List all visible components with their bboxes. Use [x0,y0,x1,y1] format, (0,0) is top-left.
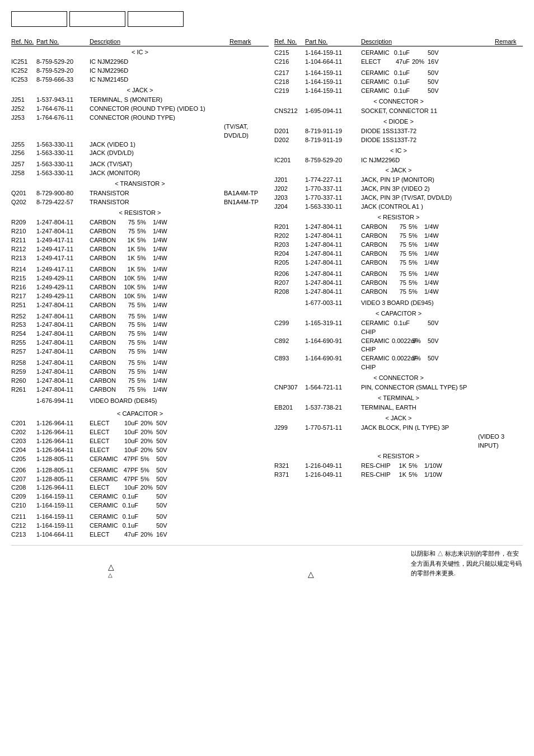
table-row: C218 1-164-159-11 CERAMIC 0.1uF 50V [274,78,523,87]
row-v3: 50V [428,319,448,328]
row-v1: 10uF [120,483,140,492]
table-row: CNS212 1-695-094-11 SOCKET, CONNECTOR 11 [274,107,523,116]
row-v3: 50V [428,49,448,58]
row-v2: 5% [137,330,153,339]
row-desc: CERAMIC [361,87,392,96]
row-desc: IC NJM2296D [90,67,224,76]
row-v1: 0.1uF [392,69,412,78]
row-v2: 5% [137,377,153,386]
row-v2: 20% [140,437,156,446]
row-v3: 1/4W [153,265,173,274]
section-header: < IC > [274,147,523,154]
row-ref: R210 [11,227,36,236]
row-desc: CONNECTOR (ROUND TYPE) [90,114,224,123]
row-v3: 50V [156,446,176,455]
row-ref: R202 [274,232,305,241]
row-v3: 1/4W [424,279,444,288]
row-desc: RES-CHIP [361,462,392,471]
row-v1: 10uF [120,437,140,446]
row-ref: IC251 [11,58,36,67]
row-v2: 5% [137,254,153,263]
row-part: 1-764-676-11 [36,105,90,114]
row-ref: R259 [11,368,36,377]
table-row: R215 1-249-429-11 CARBON 10K 5% 1/4W [11,274,269,283]
row-part: 1-126-964-11 [36,437,90,446]
row-desc: TERMINAL, EARTH [361,403,478,412]
row-desc: JACK (DVD/LD) [90,149,224,158]
row-part: 1-247-804-11 [305,241,361,250]
row-ref: R201 [274,223,305,232]
row-v3: 50V [428,87,448,96]
row-part: 1-164-690-91 [305,354,361,363]
row-v1: 0.1uF [120,501,140,510]
row-v1: 75 [120,227,137,236]
row-desc: CERAMIC [90,475,120,484]
row-ref: C211 [11,513,36,522]
row-v1: 1K [392,462,409,471]
row-ref: C218 [274,78,305,87]
row-desc: JACK BLOCK, PIN (L TYPE) 3P [361,424,478,433]
row-part: 1-247-804-11 [36,227,90,236]
row-v1: 1K [120,254,137,263]
row-ref: J203 [274,194,305,203]
bottom-right-text: 以阴影和 △ 标志来识别的零部件，在安全方面具有关键性，因此只能以规定号码的零部… [411,549,523,579]
table-row: J299 1-770-571-11 JACK BLOCK, PIN (L TYP… [274,424,523,433]
table-row: C219 1-164-159-11 CERAMIC 0.1uF 50V [274,87,523,96]
row-part: 1-128-805-11 [36,475,90,484]
section-header: < CAPACITOR > [11,410,269,417]
row-ref: R217 [11,292,36,301]
table-row: D201 8-719-911-19 DIODE 1SS133T-72 [274,127,523,136]
row-v1: 75 [392,288,409,297]
row-v3: 50V [156,466,176,475]
row-ref: C203 [11,437,36,446]
row-part: 1-563-330-11 [36,160,90,169]
row-v3: 50V [156,513,176,522]
row-part: 1-247-804-11 [305,223,361,232]
row-ref: R254 [11,330,36,339]
table-row: D202 8-719-911-19 DIODE 1SS133T-72 [274,136,523,145]
row-ref: C215 [274,49,305,58]
row-v1: 75 [120,218,137,227]
table-row: C204 1-126-964-11 ELECT 10uF 20% 50V [11,446,269,455]
row-ref: R204 [274,250,305,259]
table-row: R261 1-247-804-11 CARBON 75 5% 1/4W [11,386,269,395]
row-v1: 75 [392,232,409,241]
section-header: < TRANSISTOR > [11,180,269,187]
row-v1: 0.1uF [392,49,412,58]
row-part: 1-247-804-11 [305,270,361,279]
table-row: C206 1-128-805-11 CERAMIC 47PF 5% 50V [11,466,269,475]
row-ref: C205 [11,455,36,464]
row-v1: 47uF [392,58,412,67]
table-row: J253 1-764-676-11 CONNECTOR (ROUND TYPE) [11,114,269,123]
row-part: 1-563-330-11 [36,149,90,158]
row-part: 1-104-664-11 [305,58,361,67]
row-part: 1-164-159-11 [36,492,90,501]
row-v2: 5% [409,241,424,250]
row-v2: 20% [140,428,156,437]
row-ref: C299 [274,319,305,328]
row-part: 1-126-964-11 [36,428,90,437]
row-part: 1-247-804-11 [36,312,90,321]
row-desc: TRANSISTOR [90,189,224,198]
row-desc: ELECT [90,446,120,455]
row-desc: CERAMIC [90,513,120,522]
row-ref: C892 [274,337,305,346]
row-v1: 75 [120,377,137,386]
table-row: 1-677-003-11 VIDEO 3 BOARD (DE945) [274,299,523,308]
table-row: C207 1-128-805-11 CERAMIC 47PF 5% 50V [11,475,269,484]
row-desc: CARBON [90,359,120,368]
row-v1: 0.1uF [120,522,140,530]
row-part: 8-759-529-20 [36,67,90,76]
table-row: C892 1-164-690-91 CERAMIC CHIP 0.0022uF … [274,337,523,355]
row-desc: TRANSISTOR [90,198,224,207]
row-desc: JACK (MONITOR) [90,169,224,178]
row-v3: 1/10W [424,471,444,480]
row-ref: IC201 [274,156,305,165]
row-v1: 47PF [120,466,140,475]
table-row: R216 1-249-429-11 CARBON 10K 5% 1/4W [11,283,269,292]
table-row: J256 1-563-330-11 JACK (DVD/LD) [11,149,269,158]
table-row: IC201 8-759-529-20 IC NJM2296D [274,156,523,165]
row-part: 1-126-964-11 [36,483,90,492]
row-ref: R257 [11,348,36,356]
row-part: 1-247-804-11 [36,386,90,395]
